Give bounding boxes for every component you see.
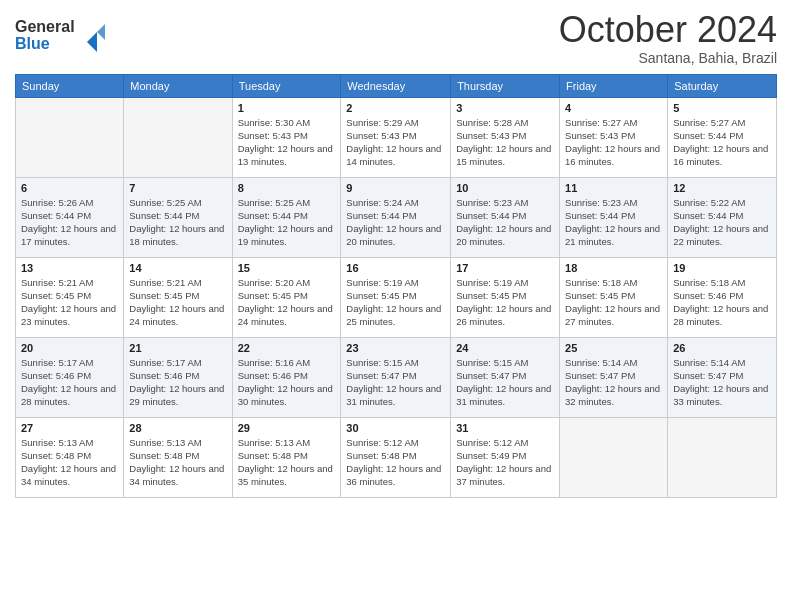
calendar-cell: 23Sunrise: 5:15 AMSunset: 5:47 PMDayligh… — [341, 337, 451, 417]
calendar-week-row: 20Sunrise: 5:17 AMSunset: 5:46 PMDayligh… — [16, 337, 777, 417]
svg-text:General: General — [15, 18, 75, 35]
day-info: Sunrise: 5:19 AMSunset: 5:45 PMDaylight:… — [456, 276, 554, 329]
day-info: Sunrise: 5:27 AMSunset: 5:43 PMDaylight:… — [565, 116, 662, 169]
day-info: Sunrise: 5:30 AMSunset: 5:43 PMDaylight:… — [238, 116, 336, 169]
day-info: Sunrise: 5:14 AMSunset: 5:47 PMDaylight:… — [565, 356, 662, 409]
calendar-cell — [560, 417, 668, 497]
day-number: 6 — [21, 182, 118, 194]
col-sunday: Sunday — [16, 74, 124, 97]
day-number: 22 — [238, 342, 336, 354]
calendar-cell: 10Sunrise: 5:23 AMSunset: 5:44 PMDayligh… — [451, 177, 560, 257]
day-number: 7 — [129, 182, 226, 194]
day-info: Sunrise: 5:13 AMSunset: 5:48 PMDaylight:… — [129, 436, 226, 489]
day-number: 28 — [129, 422, 226, 434]
day-number: 29 — [238, 422, 336, 434]
day-number: 26 — [673, 342, 771, 354]
calendar-cell: 11Sunrise: 5:23 AMSunset: 5:44 PMDayligh… — [560, 177, 668, 257]
day-number: 23 — [346, 342, 445, 354]
day-number: 14 — [129, 262, 226, 274]
day-number: 9 — [346, 182, 445, 194]
day-info: Sunrise: 5:14 AMSunset: 5:47 PMDaylight:… — [673, 356, 771, 409]
day-number: 15 — [238, 262, 336, 274]
day-info: Sunrise: 5:17 AMSunset: 5:46 PMDaylight:… — [129, 356, 226, 409]
day-number: 3 — [456, 102, 554, 114]
calendar-cell — [668, 417, 777, 497]
day-info: Sunrise: 5:23 AMSunset: 5:44 PMDaylight:… — [565, 196, 662, 249]
col-monday: Monday — [124, 74, 232, 97]
day-info: Sunrise: 5:12 AMSunset: 5:48 PMDaylight:… — [346, 436, 445, 489]
day-number: 18 — [565, 262, 662, 274]
calendar-week-row: 27Sunrise: 5:13 AMSunset: 5:48 PMDayligh… — [16, 417, 777, 497]
day-info: Sunrise: 5:18 AMSunset: 5:45 PMDaylight:… — [565, 276, 662, 329]
day-number: 24 — [456, 342, 554, 354]
logo: General Blue — [15, 14, 105, 60]
calendar-cell: 19Sunrise: 5:18 AMSunset: 5:46 PMDayligh… — [668, 257, 777, 337]
calendar-cell: 15Sunrise: 5:20 AMSunset: 5:45 PMDayligh… — [232, 257, 341, 337]
calendar-cell: 13Sunrise: 5:21 AMSunset: 5:45 PMDayligh… — [16, 257, 124, 337]
day-info: Sunrise: 5:15 AMSunset: 5:47 PMDaylight:… — [456, 356, 554, 409]
day-info: Sunrise: 5:19 AMSunset: 5:45 PMDaylight:… — [346, 276, 445, 329]
day-number: 30 — [346, 422, 445, 434]
calendar-header-row: Sunday Monday Tuesday Wednesday Thursday… — [16, 74, 777, 97]
day-info: Sunrise: 5:17 AMSunset: 5:46 PMDaylight:… — [21, 356, 118, 409]
calendar-cell: 16Sunrise: 5:19 AMSunset: 5:45 PMDayligh… — [341, 257, 451, 337]
calendar-cell: 1Sunrise: 5:30 AMSunset: 5:43 PMDaylight… — [232, 97, 341, 177]
calendar-cell: 30Sunrise: 5:12 AMSunset: 5:48 PMDayligh… — [341, 417, 451, 497]
day-number: 8 — [238, 182, 336, 194]
day-number: 31 — [456, 422, 554, 434]
calendar-cell: 28Sunrise: 5:13 AMSunset: 5:48 PMDayligh… — [124, 417, 232, 497]
day-info: Sunrise: 5:25 AMSunset: 5:44 PMDaylight:… — [238, 196, 336, 249]
day-number: 20 — [21, 342, 118, 354]
month-title: October 2024 — [559, 10, 777, 50]
calendar-week-row: 1Sunrise: 5:30 AMSunset: 5:43 PMDaylight… — [16, 97, 777, 177]
day-info: Sunrise: 5:20 AMSunset: 5:45 PMDaylight:… — [238, 276, 336, 329]
day-number: 10 — [456, 182, 554, 194]
calendar-cell: 18Sunrise: 5:18 AMSunset: 5:45 PMDayligh… — [560, 257, 668, 337]
col-saturday: Saturday — [668, 74, 777, 97]
col-wednesday: Wednesday — [341, 74, 451, 97]
calendar-cell: 21Sunrise: 5:17 AMSunset: 5:46 PMDayligh… — [124, 337, 232, 417]
col-thursday: Thursday — [451, 74, 560, 97]
calendar-week-row: 13Sunrise: 5:21 AMSunset: 5:45 PMDayligh… — [16, 257, 777, 337]
day-number: 12 — [673, 182, 771, 194]
day-info: Sunrise: 5:13 AMSunset: 5:48 PMDaylight:… — [238, 436, 336, 489]
day-number: 4 — [565, 102, 662, 114]
calendar-table: Sunday Monday Tuesday Wednesday Thursday… — [15, 74, 777, 498]
day-info: Sunrise: 5:21 AMSunset: 5:45 PMDaylight:… — [129, 276, 226, 329]
day-info: Sunrise: 5:23 AMSunset: 5:44 PMDaylight:… — [456, 196, 554, 249]
day-number: 1 — [238, 102, 336, 114]
day-info: Sunrise: 5:27 AMSunset: 5:44 PMDaylight:… — [673, 116, 771, 169]
day-info: Sunrise: 5:24 AMSunset: 5:44 PMDaylight:… — [346, 196, 445, 249]
col-tuesday: Tuesday — [232, 74, 341, 97]
calendar-cell: 14Sunrise: 5:21 AMSunset: 5:45 PMDayligh… — [124, 257, 232, 337]
calendar-cell: 3Sunrise: 5:28 AMSunset: 5:43 PMDaylight… — [451, 97, 560, 177]
day-info: Sunrise: 5:21 AMSunset: 5:45 PMDaylight:… — [21, 276, 118, 329]
calendar-cell: 29Sunrise: 5:13 AMSunset: 5:48 PMDayligh… — [232, 417, 341, 497]
calendar-cell: 25Sunrise: 5:14 AMSunset: 5:47 PMDayligh… — [560, 337, 668, 417]
day-number: 17 — [456, 262, 554, 274]
day-number: 21 — [129, 342, 226, 354]
svg-marker-2 — [87, 32, 97, 52]
calendar-cell: 12Sunrise: 5:22 AMSunset: 5:44 PMDayligh… — [668, 177, 777, 257]
day-info: Sunrise: 5:12 AMSunset: 5:49 PMDaylight:… — [456, 436, 554, 489]
calendar-cell: 7Sunrise: 5:25 AMSunset: 5:44 PMDaylight… — [124, 177, 232, 257]
day-info: Sunrise: 5:18 AMSunset: 5:46 PMDaylight:… — [673, 276, 771, 329]
svg-marker-3 — [97, 22, 105, 42]
page: General Blue October 2024 Santana, Bahia… — [0, 0, 792, 612]
day-number: 27 — [21, 422, 118, 434]
day-number: 13 — [21, 262, 118, 274]
calendar-cell: 6Sunrise: 5:26 AMSunset: 5:44 PMDaylight… — [16, 177, 124, 257]
header: General Blue October 2024 Santana, Bahia… — [15, 10, 777, 66]
day-info: Sunrise: 5:26 AMSunset: 5:44 PMDaylight:… — [21, 196, 118, 249]
day-number: 25 — [565, 342, 662, 354]
calendar-cell: 9Sunrise: 5:24 AMSunset: 5:44 PMDaylight… — [341, 177, 451, 257]
day-info: Sunrise: 5:13 AMSunset: 5:48 PMDaylight:… — [21, 436, 118, 489]
day-info: Sunrise: 5:28 AMSunset: 5:43 PMDaylight:… — [456, 116, 554, 169]
day-info: Sunrise: 5:29 AMSunset: 5:43 PMDaylight:… — [346, 116, 445, 169]
calendar-cell: 22Sunrise: 5:16 AMSunset: 5:46 PMDayligh… — [232, 337, 341, 417]
calendar-cell: 24Sunrise: 5:15 AMSunset: 5:47 PMDayligh… — [451, 337, 560, 417]
calendar-week-row: 6Sunrise: 5:26 AMSunset: 5:44 PMDaylight… — [16, 177, 777, 257]
svg-text:Blue: Blue — [15, 35, 50, 52]
calendar-cell: 31Sunrise: 5:12 AMSunset: 5:49 PMDayligh… — [451, 417, 560, 497]
day-info: Sunrise: 5:16 AMSunset: 5:46 PMDaylight:… — [238, 356, 336, 409]
